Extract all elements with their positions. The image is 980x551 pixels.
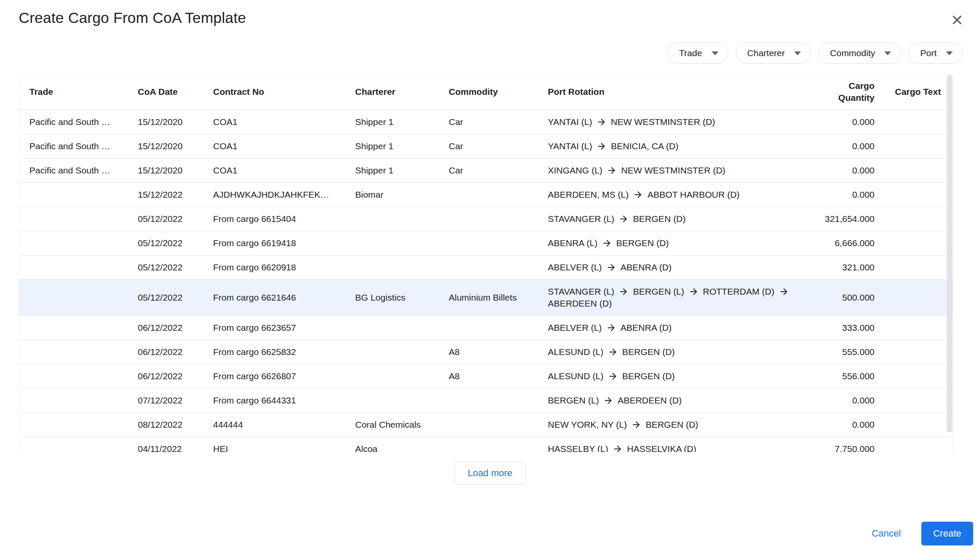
table-row[interactable]: 07/12/2022From cargo 6644331BERGEN (L)AB… <box>19 389 953 413</box>
cell-cargo-quantity: 0.000 <box>820 165 884 176</box>
cell-charterer: Shipper 1 <box>345 140 439 152</box>
cell-cargo-quantity: 0.000 <box>820 395 884 406</box>
table-row[interactable]: Pacific and South …15/12/2020COA1Shipper… <box>19 110 953 134</box>
cell-contract-no: From cargo 6625832 <box>203 346 345 358</box>
commodity-filter-dropdown[interactable]: Commodity <box>818 43 901 64</box>
cell-port-rotation: STAVANGER (L)BERGEN (L)ROTTERDAM (D)ABER… <box>538 280 820 315</box>
cell-cargo-quantity: 0.000 <box>820 419 884 431</box>
port-name: BERGEN (D) <box>622 370 675 382</box>
cell-commodity: Car <box>439 140 538 152</box>
port-name: ABENRA (L) <box>548 237 598 249</box>
cell-contract-no: COA1 <box>203 165 345 176</box>
scrollbar-thumb[interactable] <box>947 75 952 432</box>
column-header-port-rotation: Port Rotation <box>538 86 820 98</box>
port-name: NEW WESTMINSTER (D) <box>621 165 725 176</box>
cell-port-rotation: ABELVER (L)ABENRA (D) <box>538 256 820 279</box>
charterer-filter-dropdown[interactable]: Charterer <box>736 43 811 64</box>
table-row[interactable]: 06/12/2022From cargo 6623657ABELVER (L)A… <box>19 316 953 340</box>
table-row[interactable]: Pacific and South …15/12/2020COA1Shipper… <box>19 159 953 183</box>
arrow-right-icon <box>606 262 616 273</box>
load-more-label: Load more <box>467 468 512 479</box>
cell-contract-no: COA1 <box>203 140 345 152</box>
cell-contract-no: From cargo 6620918 <box>203 261 345 273</box>
column-header-trade: Trade <box>19 86 128 98</box>
table-row[interactable]: 05/12/2022From cargo 6621646BG Logistics… <box>19 280 953 316</box>
cell-port-rotation: BERGEN (L)ABERDEEN (D) <box>538 389 820 412</box>
cell-port-rotation: ABENRA (L)BERGEN (D) <box>538 231 820 255</box>
cell-contract-no: From cargo 6644331 <box>203 395 345 406</box>
create-button[interactable]: Create <box>921 522 973 545</box>
cell-trade: Pacific and South … <box>19 116 128 128</box>
charterer-filter-label: Charterer <box>747 48 785 58</box>
dropdown-arrow-icon <box>712 51 718 55</box>
table-row[interactable]: 08/12/2022444444Coral ChemicalsNEW YORK,… <box>19 413 953 437</box>
cell-cargo-quantity: 500.000 <box>820 292 884 304</box>
cell-coa-date: 06/12/2022 <box>128 346 203 358</box>
close-button[interactable]: ✕ <box>946 9 968 31</box>
arrow-right-icon <box>618 287 629 297</box>
cell-cargo-quantity: 0.000 <box>820 140 884 152</box>
cell-cargo-quantity: 555.000 <box>820 346 884 358</box>
arrow-right-icon <box>608 347 618 357</box>
table-row[interactable]: 06/12/2022From cargo 6625832A8ALESUND (L… <box>19 340 953 364</box>
table-row[interactable]: 04/11/2022HEIAlcoaHASSELBY (L)HASSELVIKA… <box>19 437 953 452</box>
trade-filter-dropdown[interactable]: Trade <box>667 43 728 64</box>
cell-cargo-quantity: 321,654.000 <box>820 213 884 225</box>
trade-filter-label: Trade <box>679 48 702 58</box>
cell-coa-date: 05/12/2022 <box>128 261 203 273</box>
dropdown-arrow-icon <box>794 51 801 55</box>
port-filter-label: Port <box>920 48 937 58</box>
port-name: ABBOT HARBOUR (D) <box>647 189 740 201</box>
dropdown-arrow-icon <box>946 51 953 55</box>
port-name: HASSELVIKA (D) <box>627 443 696 452</box>
port-name: BERGEN (D) <box>633 213 686 225</box>
dialog-footer: Cancel Create <box>869 522 973 545</box>
port-name: NEW YORK, NY (L) <box>548 419 627 431</box>
cell-coa-date: 15/12/2020 <box>128 140 203 152</box>
table-row[interactable]: Pacific and South …15/12/2020COA1Shipper… <box>19 134 953 159</box>
port-name: ABENRA (D) <box>621 322 672 334</box>
load-more-button[interactable]: Load more <box>454 462 525 485</box>
cell-cargo-quantity: 6,666.000 <box>820 237 884 249</box>
column-header-contract-no: Contract No <box>203 86 345 98</box>
arrow-right-icon <box>607 165 617 176</box>
cell-cargo-quantity: 556.000 <box>820 370 884 382</box>
table-row[interactable]: 06/12/2022From cargo 6626807A8ALESUND (L… <box>19 364 953 389</box>
cell-coa-date: 15/12/2022 <box>128 189 203 201</box>
arrow-right-icon <box>633 190 643 200</box>
cell-coa-date: 07/12/2022 <box>128 395 203 406</box>
arrow-right-icon <box>608 371 618 381</box>
cell-port-rotation: YANTAI (L)BENICIA, CA (D) <box>538 134 820 158</box>
cell-coa-date: 05/12/2022 <box>128 237 203 249</box>
cell-contract-no: From cargo 6621646 <box>203 292 345 304</box>
cell-port-rotation: YANTAI (L)NEW WESTMINSTER (D) <box>538 110 820 134</box>
cell-coa-date: 08/12/2022 <box>128 419 203 431</box>
cell-commodity: Aluminium Billets <box>439 292 538 304</box>
table-header-row: Trade CoA Date Contract No Charterer Com… <box>19 74 953 110</box>
cell-port-rotation: ALESUND (L)BERGEN (D) <box>538 364 820 388</box>
cell-coa-date: 05/12/2022 <box>128 292 203 304</box>
cell-commodity: A8 <box>439 346 538 358</box>
table-row[interactable]: 05/12/2022From cargo 6620918ABELVER (L)A… <box>19 256 953 280</box>
arrow-right-icon <box>596 141 607 151</box>
cell-coa-date: 15/12/2020 <box>128 165 203 176</box>
column-header-cargo-text: Cargo Text <box>884 86 948 98</box>
table-row[interactable]: 15/12/2022AJDHWKAJHDKJAHKFEK…BiomarABERD… <box>19 183 953 207</box>
table-scrollbar[interactable] <box>947 75 952 447</box>
cell-coa-date: 04/11/2022 <box>128 443 203 452</box>
cell-port-rotation: XINGANG (L)NEW WESTMINSTER (D) <box>538 159 820 182</box>
port-name: ABELVER (L) <box>548 261 602 273</box>
port-name: BERGEN (L) <box>633 286 684 298</box>
cell-charterer: BG Logistics <box>345 292 439 304</box>
port-filter-dropdown[interactable]: Port <box>909 43 963 64</box>
cell-coa-date: 15/12/2020 <box>128 116 203 128</box>
table-body: Pacific and South …15/12/2020COA1Shipper… <box>19 110 953 452</box>
port-name: XINGANG (L) <box>548 165 602 176</box>
cell-contract-no: From cargo 6615404 <box>203 213 345 225</box>
port-name: ABERDEEN (D) <box>618 395 682 406</box>
table-row[interactable]: 05/12/2022From cargo 6615404STAVANGER (L… <box>19 207 953 231</box>
cell-cargo-quantity: 321.000 <box>820 261 884 273</box>
table-row[interactable]: 05/12/2022From cargo 6619418ABENRA (L)BE… <box>19 231 953 256</box>
cancel-button[interactable]: Cancel <box>869 523 903 544</box>
arrow-right-icon <box>689 287 699 297</box>
